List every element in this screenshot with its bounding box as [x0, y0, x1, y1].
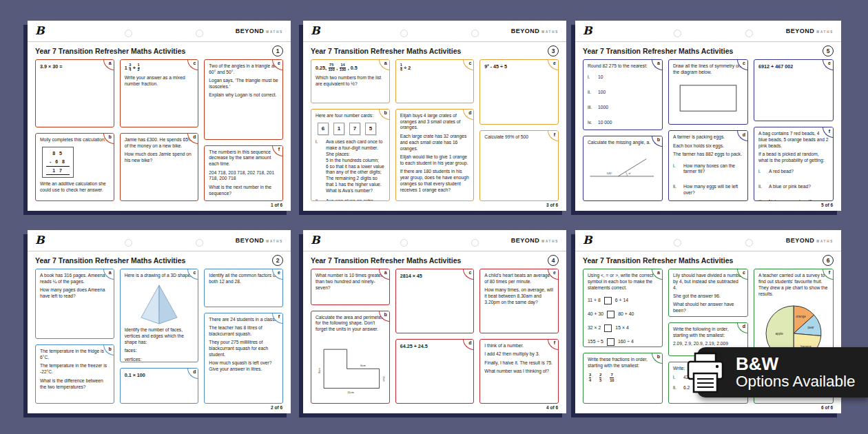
card-text: Which two numbers from the list are equi… — [316, 75, 385, 87]
brand-maths: MATHS — [266, 240, 283, 243]
page-footer: 1 of 6 — [28, 203, 291, 211]
math-expression: 0.25,75100,14100, 0.5 — [316, 63, 385, 72]
list-label: i. — [588, 74, 595, 81]
math-token: 9² - 45 ÷ 5 — [484, 63, 507, 70]
question-card-b: bMolly completes this calculation:8 5- 6… — [35, 133, 114, 201]
brand-beyond: BEYOND — [511, 28, 540, 34]
number-cards: 6175 — [318, 123, 385, 135]
beyond-logo: B — [35, 25, 45, 37]
brand-beyond: BEYOND — [511, 237, 540, 244]
card-text: The farmer has 882 eggs to pack. — [673, 152, 743, 158]
worksheet-page-3: BBEYONDMATHSYear 7 Transition Refresher … — [303, 21, 566, 211]
card-text: Explain why Logan is not correct. — [209, 92, 278, 99]
l-shape-diagram-wrap: 8cm6cm2cm11cm — [316, 337, 385, 404]
fraction: 14 — [400, 63, 402, 72]
card-text: The teacher has 8 litres of blackcurrant… — [209, 325, 278, 338]
statement-row: 40 + 3080 + 40 — [588, 311, 658, 318]
fraction-denominator: 5 — [599, 378, 601, 382]
answer-box — [604, 324, 612, 332]
punch-hole — [196, 30, 203, 37]
calc-row: 1 7 — [46, 166, 70, 175]
card-text: What is the difference between the two t… — [40, 378, 110, 391]
angle-label-right: a° — [628, 172, 631, 175]
lshape-label-left: 8cm — [318, 367, 321, 373]
brand-beyond: BEYOND — [786, 237, 815, 244]
list-label: iii. — [588, 105, 595, 111]
numbered-list: i.10ii.100iii.1000iv.10 000 — [588, 74, 658, 125]
number-card: 1 — [333, 123, 344, 135]
brand-beyond: BEYOND — [236, 28, 265, 34]
statement-row: 32 × 215 × 4 — [588, 324, 658, 332]
fraction: 34 — [589, 373, 591, 382]
list-item: ii.How many eggs will be left over? — [673, 184, 743, 196]
page-header: BBEYONDMATHS — [303, 230, 566, 251]
beyond-logo: B — [583, 25, 592, 37]
list-label: iii. — [758, 199, 766, 201]
card-text: If there are 180 students in his year gr… — [400, 169, 470, 193]
card-text: What number is 10 times greater than two… — [316, 273, 385, 291]
card-text: Using <, = or >, write the correct symbo… — [588, 273, 658, 291]
list-item: ii.A blue or pink bead? — [758, 184, 829, 190]
list-text: A blue or pink bead? — [769, 184, 811, 190]
column-calculation: 8 5- 6 81 7 — [42, 147, 74, 178]
question-card-a: aA book has 316 pages. Ameena reads ¼ of… — [35, 269, 114, 339]
card-text: Here are four number cards: — [316, 113, 385, 119]
pyramid-figure — [126, 282, 192, 325]
number-card: 6 — [318, 123, 329, 135]
card-text: The numbers in this sequence decrease by… — [209, 149, 278, 168]
list-item: ii.Ava was given an extra card. When she… — [316, 198, 385, 201]
list-label: i. — [673, 163, 681, 176]
question-card-a: aUsing <, = or >, write the correct symb… — [583, 269, 663, 347]
fraction: 14100 — [340, 63, 346, 72]
punch-hole — [674, 239, 681, 247]
list-label: ii. — [588, 90, 595, 96]
card-text: How much does Jamie spend on his new bik… — [125, 152, 194, 164]
math-expression: 0.1 × 100 — [125, 372, 194, 379]
question-card-d: d64.25 + 24.5 — [395, 339, 475, 404]
question-card-e: eA child's heart beats an average of 80 … — [479, 269, 559, 333]
list-item: i.How many boxes can the farmer fill? — [673, 163, 743, 176]
page-title: Year 7 Transition Refresher Maths Activi… — [35, 256, 185, 265]
list-text: Ava was given an extra card. When she mu… — [326, 198, 385, 201]
statement-left: 11 + 8 — [588, 297, 601, 303]
pie-slice-label: orange — [796, 315, 807, 318]
pyramid-figure-wrap — [125, 282, 194, 325]
question-card-d: dA farmer is packing eggs.Each box holds… — [668, 130, 748, 201]
brand-maths: MATHS — [541, 30, 559, 34]
list-text: 10 000 — [598, 120, 612, 126]
card-text: A farmer is packing eggs. — [673, 134, 743, 141]
statement-left: 32 × 2 — [588, 324, 601, 331]
punch-hole — [125, 30, 132, 37]
card-text: Each large crate has 32 oranges and each… — [400, 134, 470, 152]
card-text: How many times, on average, will it beat… — [484, 287, 554, 306]
question-card-b: bWrite these fractions in order, startin… — [583, 353, 663, 404]
page-header: BBEYONDMATHS — [575, 230, 841, 251]
fraction-denominator: 4 — [400, 68, 402, 72]
cards-area: aA book has 316 pages. Ameena reads ¼ of… — [28, 267, 291, 405]
card-text: Elijah would like to give 1 orange to ea… — [400, 154, 470, 167]
page-number-circle: 5 — [823, 45, 834, 56]
page-header: BBEYONDMATHS — [28, 230, 291, 251]
card-text: A child's heart beats an average of 80 t… — [484, 273, 554, 285]
card-text: Jamie has £300. He spends 65% of the mon… — [125, 137, 194, 149]
angle-label-left: 145° — [607, 172, 612, 175]
beyond-logo: B — [35, 235, 45, 246]
pie-slice-label: apple — [776, 331, 784, 335]
question-card-b: bCalculate the missing angle, a.145°a° — [583, 136, 663, 201]
punch-hole — [471, 30, 479, 37]
fractions-row: 3425710 — [589, 373, 658, 382]
card-text: What should her answer have been? — [673, 302, 743, 314]
title-bar: Year 7 Transition Refresher Maths Activi… — [28, 42, 291, 57]
page-title: Year 7 Transition Refresher Maths Activi… — [583, 256, 733, 265]
page-number-circle: 1 — [272, 45, 283, 56]
card-text: Draw all the lines of symmetry on the di… — [673, 63, 743, 76]
math-token: 0.25, — [316, 65, 327, 72]
math-token: , — [336, 65, 338, 72]
question-card-f: fThere are 24 students in a class.The te… — [204, 313, 283, 404]
card-text: She got the answer 96. — [673, 293, 743, 300]
beyond-logo: B — [311, 25, 320, 37]
brand-beyond: BEYOND — [236, 237, 265, 244]
list-label: i. — [316, 139, 323, 194]
answer-box — [607, 338, 614, 346]
worksheet-page-1: BBEYONDMATHSYear 7 Transition Refresher … — [28, 21, 291, 211]
